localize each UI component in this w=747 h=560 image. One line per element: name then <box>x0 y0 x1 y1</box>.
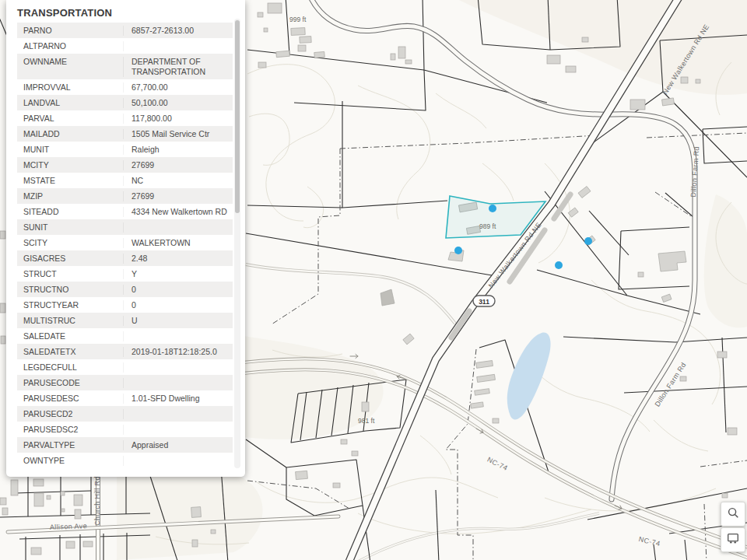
attribute-value <box>123 409 233 419</box>
table-row: STRUCT Y <box>17 266 233 282</box>
attribute-label: OWNTYPE <box>17 456 123 466</box>
elevation-label-989: 989 ft <box>479 222 496 230</box>
point-marker[interactable] <box>489 205 496 212</box>
attribute-value <box>123 425 233 435</box>
attribute-label: IMPROVVAL <box>17 82 123 93</box>
attribute-label: SUNIT <box>17 222 123 233</box>
attribute-value: Raleigh <box>123 145 233 155</box>
table-row: PARUSECODE <box>17 375 233 390</box>
table-row: PARVAL 117,800.00 <box>17 110 233 126</box>
table-row: SCITY WALKERTOWN <box>17 235 233 250</box>
attribute-value: 67,700.00 <box>123 82 233 93</box>
attribute-value: 1505 Mail Service Ctr <box>123 129 233 139</box>
attribute-label: PARUSEDESC <box>17 394 123 404</box>
attribute-value <box>123 378 233 388</box>
point-marker[interactable] <box>555 261 563 269</box>
attribute-label: MZIP <box>17 191 123 201</box>
attribute-value: 1.01-SFD Dwelling <box>123 394 233 404</box>
table-row: MCITY 27699 <box>17 157 233 173</box>
attribute-label: STRUCTYEAR <box>17 300 123 310</box>
attribute-label: PARNO <box>17 26 123 36</box>
table-row: OWNTYPE <box>17 453 233 468</box>
panel-scrollbar-thumb[interactable] <box>235 20 240 213</box>
point-marker[interactable] <box>584 237 592 245</box>
table-row: STRUCTYEAR 0 <box>17 297 233 313</box>
elevation-label-999: 999 ft <box>289 16 307 23</box>
attribute-value: 0 <box>123 300 233 310</box>
attribute-value: 6857-27-2613.00 <box>123 26 233 36</box>
table-row: MUNIT Raleigh <box>17 142 233 157</box>
attribute-value: DEPARTMENT OF TRANSPORTATION <box>123 57 233 77</box>
attribute-value <box>123 456 233 466</box>
attribute-value: NC <box>123 176 233 186</box>
attribute-value <box>123 41 233 51</box>
attribute-value: 2019-01-18T12:18:25.0 <box>123 347 233 357</box>
attribute-label: PARVAL <box>17 114 123 124</box>
table-row: PARUSEDESC 1.01-SFD Dwelling <box>17 390 233 406</box>
search-icon <box>726 506 740 523</box>
table-row: STRUCTNO 0 <box>17 282 233 297</box>
table-row: SALEDATE <box>17 328 233 344</box>
table-row: SITEADD 4334 New Walkertown RD <box>17 204 233 219</box>
attribute-label: MAILADD <box>17 129 123 139</box>
route-shield-label: 311 <box>479 298 489 306</box>
table-row: OWNNAME DEPARTMENT OF TRANSPORTATION <box>17 54 233 79</box>
attribute-label: OWNNAME <box>17 57 123 77</box>
table-row: MAILADD 1505 Mail Service Ctr <box>17 126 233 142</box>
attribute-label: ALTPARNO <box>17 41 123 51</box>
attribute-label: MCITY <box>17 160 123 170</box>
table-row: SALEDATETX 2019-01-18T12:18:25.0 <box>17 344 233 359</box>
attribute-label: STRUCT <box>17 269 123 279</box>
road-label-church-hill: Church Hill Rd <box>93 476 101 526</box>
attribute-label: SITEADD <box>17 207 123 217</box>
table-row: PARUSECD2 <box>17 406 233 422</box>
attribute-label: STRUCTNO <box>17 285 123 295</box>
attribute-value: Appraised <box>123 440 233 450</box>
attribute-value: U <box>123 316 233 326</box>
attribute-label: MULTISTRUC <box>17 316 123 326</box>
attribute-value <box>123 362 233 373</box>
panel-title: TRANSPORTATION <box>17 7 245 19</box>
attribute-value <box>123 331 233 341</box>
table-row: ALTPARNO <box>17 38 233 54</box>
table-row: PARUSEDSC2 <box>17 422 233 437</box>
table-row: GISACRES 2.48 <box>17 250 233 266</box>
attribute-value: 27699 <box>123 160 233 170</box>
elevation-label-981: 981 ft <box>358 417 375 425</box>
attribute-value: Y <box>123 269 233 279</box>
attribute-label: SALEDATETX <box>17 347 123 357</box>
monitor-icon <box>726 531 740 548</box>
attribute-label: MUNIT <box>17 145 123 155</box>
table-row: MZIP 27699 <box>17 188 233 204</box>
attribute-value: 4334 New Walkertown RD <box>123 207 233 217</box>
table-row: MULTISTRUC U <box>17 313 233 328</box>
parcel-info-panel: TRANSPORTATION PARNO 6857-27-2613.00 ALT… <box>6 0 245 477</box>
table-row: SUNIT <box>17 219 233 235</box>
table-row: MSTATE NC <box>17 173 233 188</box>
attribute-value: 0 <box>123 285 233 295</box>
app-window: 311 New Walkertown Rd NE New Walkertown … <box>0 0 747 560</box>
attribute-label: PARVALTYPE <box>17 440 123 450</box>
attribute-table: PARNO 6857-27-2613.00 ALTPARNO OWNNAME D… <box>17 23 233 468</box>
table-row: PARNO 6857-27-2613.00 <box>17 23 233 38</box>
table-row: IMPROVVAL 67,700.00 <box>17 79 233 95</box>
attribute-value: WALKERTOWN <box>123 238 233 248</box>
table-row: LEGDECFULL <box>17 359 233 375</box>
route-shield-311: 311 <box>473 296 495 306</box>
attribute-label: PARUSECODE <box>17 378 123 388</box>
attribute-value: 50,100.00 <box>123 98 233 108</box>
attribute-label: LEGDECFULL <box>17 362 123 373</box>
attribute-value: 27699 <box>123 191 233 201</box>
attribute-value: 117,800.00 <box>123 114 233 124</box>
search-button[interactable] <box>721 502 745 527</box>
attribute-value: 2.48 <box>123 254 233 264</box>
point-marker[interactable] <box>454 247 462 254</box>
monitor-button[interactable] <box>721 527 745 552</box>
attribute-label: GISACRES <box>17 254 123 264</box>
attribute-label: SCITY <box>17 238 123 248</box>
panel-scrollbar-track[interactable] <box>234 19 240 468</box>
attribute-label: MSTATE <box>17 176 123 186</box>
table-row: PARVALTYPE Appraised <box>17 437 233 453</box>
attribute-value <box>123 222 233 233</box>
attribute-label: LANDVAL <box>17 98 123 108</box>
